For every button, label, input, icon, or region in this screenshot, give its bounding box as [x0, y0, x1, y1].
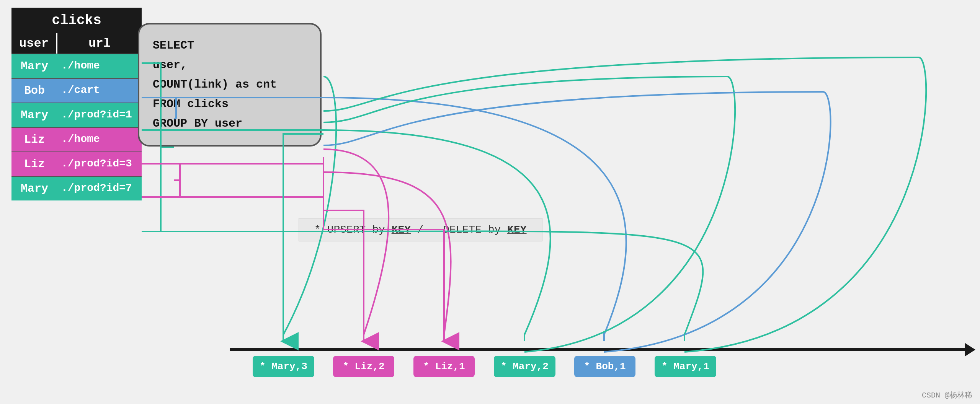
timeline-item: * Mary,2	[494, 356, 555, 377]
row-url: ./home	[57, 54, 142, 78]
sql-line: GROUP BY user	[153, 114, 307, 134]
table-row: Bob ./cart	[11, 78, 142, 103]
sql-content: SELECT user, COUNT(link) as cntFROM clic…	[153, 36, 307, 134]
sql-line: FROM clicks	[153, 94, 307, 114]
timeline-item: * Mary,3	[253, 356, 314, 377]
timeline-arrow	[965, 343, 975, 357]
row-user: Liz	[11, 152, 57, 176]
table-title: clicks	[11, 8, 142, 33]
timeline	[230, 348, 969, 351]
sql-line: SELECT	[153, 36, 307, 55]
sql-box: SELECT user, COUNT(link) as cntFROM clic…	[138, 23, 322, 147]
row-user: Mary	[11, 177, 57, 200]
row-url: ./prod?id=7	[57, 177, 142, 200]
sql-line: COUNT(link) as cnt	[153, 75, 307, 94]
watermark: CSDN @杨林稀	[922, 390, 972, 400]
table-header: user url	[11, 33, 142, 54]
timeline-item: * Liz,1	[413, 356, 475, 377]
header-url: url	[57, 33, 142, 54]
table-row: Liz ./prod?id=3	[11, 152, 142, 176]
header-user: user	[11, 33, 57, 54]
clicks-table: clicks user url Mary ./home Bob ./cart M…	[11, 8, 142, 200]
table-row: Mary ./home	[11, 54, 142, 78]
row-user: Mary	[11, 103, 57, 127]
upsert-label: * UPSERT by KEY / - DELETE by KEY	[299, 218, 542, 241]
row-url: ./home	[57, 128, 142, 152]
row-url: ./prod?id=3	[57, 152, 142, 176]
table-row: Mary ./prod?id=7	[11, 176, 142, 200]
row-user: Bob	[11, 79, 57, 103]
timeline-item: * Mary,1	[655, 356, 716, 377]
row-user: Liz	[11, 128, 57, 152]
row-url: ./cart	[57, 79, 142, 103]
timeline-item: * Bob,1	[574, 356, 635, 377]
row-user: Mary	[11, 54, 57, 78]
row-url: ./prod?id=1	[57, 103, 142, 127]
table-body: Mary ./home Bob ./cart Mary ./prod?id=1 …	[11, 54, 142, 200]
sql-line: user,	[153, 55, 307, 75]
table-row: Liz ./home	[11, 127, 142, 152]
table-row: Mary ./prod?id=1	[11, 103, 142, 127]
timeline-item: * Liz,2	[333, 356, 394, 377]
